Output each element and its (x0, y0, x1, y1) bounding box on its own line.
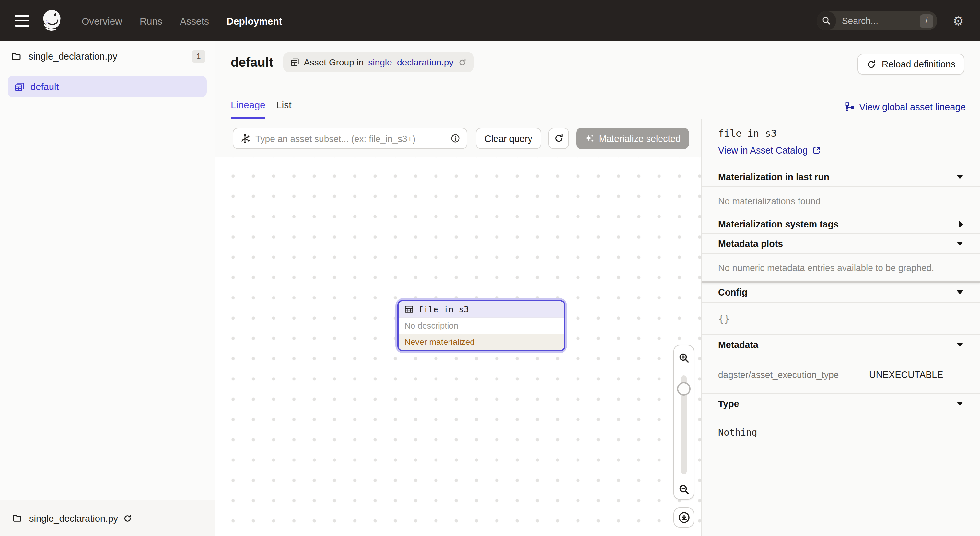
sparkle-icon (585, 134, 594, 143)
table-icon (404, 305, 414, 314)
nav-item-overview[interactable]: Overview (82, 15, 122, 26)
folder-icon (12, 513, 22, 523)
materialize-selected-button[interactable]: Materialize selected (576, 128, 689, 149)
tab-list[interactable]: List (277, 99, 292, 119)
search-shortcut-key: / (920, 14, 933, 27)
view-global-asset-lineage-link[interactable]: View global asset lineage (845, 102, 966, 112)
sidebar-footer: single_declaration.py (0, 500, 215, 536)
section-header-config[interactable]: Config (702, 283, 980, 302)
asset-subset-query-box[interactable] (233, 128, 467, 149)
search-icon (817, 11, 836, 30)
nav-links: Overview Runs Assets Deployment (82, 15, 282, 26)
zoom-out-button[interactable] (674, 480, 694, 499)
dagster-logo-icon (40, 8, 64, 34)
footer-code-location-label: single_declaration.py (29, 513, 118, 523)
metadata-value: UNEXECUTABLE (869, 369, 943, 380)
chevron-down-icon (957, 343, 963, 347)
chevron-down-icon (957, 290, 963, 294)
tab-lineage[interactable]: Lineage (231, 99, 266, 119)
chevron-down-icon (957, 175, 963, 178)
asset-group-context-pill: Asset Group in single_declaration.py (283, 52, 474, 72)
sidebar-item-code-location[interactable]: single_declaration.py 1 (0, 41, 215, 71)
view-tabs: Lineage List (231, 99, 291, 119)
download-image-button[interactable] (673, 507, 694, 528)
zoom-in-icon (678, 353, 689, 364)
zoom-out-icon (678, 484, 689, 495)
section-title: Metadata (718, 340, 758, 350)
reload-definitions-label: Reload definitions (882, 59, 955, 69)
lineage-graph-icon (845, 102, 854, 112)
top-nav: Overview Runs Assets Deployment / ⚙ (0, 0, 980, 41)
nav-item-deployment[interactable]: Deployment (226, 15, 282, 26)
asset-group-icon (290, 58, 299, 67)
sidebar: single_declaration.py 1 default single_d… (0, 41, 215, 536)
section-header-metadata-plots[interactable]: Metadata plots (702, 233, 980, 253)
section-body-metadata-plots: No numeric metadata entries available to… (702, 253, 980, 281)
external-link-icon (812, 146, 821, 155)
section-title: Materialization in last run (718, 172, 829, 182)
refresh-graph-button[interactable] (548, 128, 569, 149)
section-title: Type (718, 399, 739, 409)
asset-node-status: Never materialized (399, 334, 564, 350)
section-header-materialization-in-last-run[interactable]: Materialization in last run (702, 167, 980, 186)
zoom-control-panel (673, 345, 694, 500)
info-icon[interactable] (450, 134, 460, 143)
asset-subset-icon (240, 133, 250, 143)
section-header-metadata[interactable]: Metadata (702, 334, 980, 355)
section-body-type: Nothing (702, 414, 980, 450)
metadata-key: dagster/asset_execution_type (718, 369, 869, 380)
section-header-type[interactable]: Type (702, 393, 980, 414)
chevron-right-icon (959, 221, 963, 227)
nav-item-runs[interactable]: Runs (140, 15, 162, 26)
asset-details-panel: file_in_s3 View in Asset Catalog Materia… (701, 119, 980, 536)
folder-icon (11, 51, 21, 61)
view-in-asset-catalog-label: View in Asset Catalog (718, 145, 808, 156)
view-in-asset-catalog-link[interactable]: View in Asset Catalog (718, 145, 964, 156)
chevron-down-icon (957, 242, 963, 246)
section-body-config: {} (702, 302, 980, 334)
global-search[interactable]: / (817, 11, 937, 30)
search-input[interactable] (836, 16, 920, 26)
lineage-canvas[interactable]: file_in_s3 No description Never material… (215, 157, 701, 536)
view-global-asset-lineage-label: View global asset lineage (859, 102, 966, 112)
context-prefix: Asset Group in (304, 57, 364, 67)
zoom-in-button[interactable] (674, 345, 694, 371)
chevron-down-icon (957, 402, 963, 406)
asset-detail-title: file_in_s3 (718, 128, 964, 139)
clear-query-button[interactable]: Clear query (476, 128, 541, 149)
refresh-icon[interactable] (458, 58, 466, 67)
asset-group-icon (14, 81, 25, 92)
refresh-icon (554, 134, 563, 143)
asset-node-file-in-s3[interactable]: file_in_s3 No description Never material… (395, 298, 567, 353)
zoom-slider-thumb[interactable] (677, 382, 690, 396)
asset-node-description: No description (399, 317, 564, 334)
download-icon (678, 511, 690, 524)
code-location-link[interactable]: single_declaration.py (368, 57, 453, 67)
sidebar-item-label: default (30, 81, 59, 92)
materialize-selected-label: Materialize selected (599, 133, 681, 143)
section-title: Materialization system tags (718, 219, 839, 229)
hamburger-menu-icon[interactable] (15, 15, 29, 27)
section-title: Metadata plots (718, 239, 783, 249)
section-title: Config (718, 287, 748, 297)
asset-count-badge: 1 (192, 49, 205, 62)
section-header-materialization-system-tags[interactable]: Materialization system tags (702, 215, 980, 233)
app-window: Overview Runs Assets Deployment / ⚙ sing… (0, 0, 980, 536)
reload-definitions-button[interactable]: Reload definitions (858, 54, 964, 75)
page-header: default Asset Group in single_declaratio… (215, 41, 980, 119)
refresh-icon (867, 59, 877, 69)
nav-item-assets[interactable]: Assets (180, 15, 209, 26)
refresh-icon[interactable] (123, 514, 132, 523)
page-title: default (231, 55, 273, 70)
section-body-metadata: dagster/asset_execution_type UNEXECUTABL… (702, 355, 980, 393)
asset-subset-input[interactable] (255, 133, 445, 143)
graph-toolbar: Clear query Materialize selected (215, 119, 701, 157)
section-body-materializations: No materializations found (702, 186, 980, 215)
sidebar-item-label: single_declaration.py (29, 51, 117, 61)
gear-icon[interactable]: ⚙ (953, 14, 964, 27)
asset-node-name: file_in_s3 (418, 304, 469, 314)
sidebar-item-default-group[interactable]: default (8, 76, 207, 97)
